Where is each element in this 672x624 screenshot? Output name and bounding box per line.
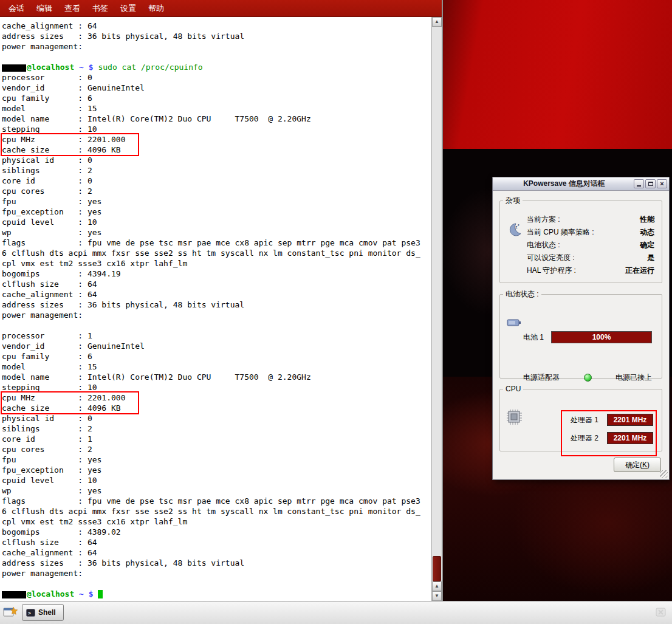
misc-group: 杂项 z z 当前方案 : 性能 当前 CPU 频率策略 : 动态 [499, 196, 662, 283]
misc-label: HAL 守护程序 : [527, 266, 576, 276]
new-session-icon [3, 606, 18, 619]
adapter-status: 电源已接上 [615, 372, 652, 383]
terminal-output: cache_alignment : 64address sizes : 36 b… [0, 17, 431, 601]
ok-label-suffix: ) [647, 461, 650, 469]
misc-rows: 当前方案 : 性能 当前 CPU 频率策略 : 动态 电池状态 : 确定 可以设… [527, 213, 654, 277]
terminal-line: cache_alignment : 64 [2, 21, 431, 31]
terminal-line: address sizes : 36 bits physical, 48 bit… [2, 300, 431, 310]
cpu1-label: 处理器 1 [571, 415, 603, 425]
scrollbar-up2-icon[interactable]: ▲ [432, 581, 442, 591]
scrollbar-down-icon[interactable]: ▼ [432, 591, 442, 601]
cpu-group: CPU 处理器 1 [499, 385, 662, 451]
terminal-line: fpu_exception : yes [2, 207, 431, 217]
scrollbar-thumb[interactable] [433, 556, 441, 581]
menu-bookmarks[interactable]: 书签 [86, 1, 114, 16]
misc-row-brightness: 可以设定亮度 : 是 [527, 252, 654, 264]
cpu1-frequency: 2201 MHz [614, 416, 647, 424]
terminal-line: vendor_id : GenuineIntel [2, 341, 431, 351]
censored-username [2, 64, 26, 72]
new-session-button[interactable] [2, 604, 19, 621]
scrollbar-up-icon[interactable]: ▲ [432, 17, 442, 27]
menu-view[interactable]: 查看 [58, 1, 86, 16]
terminal-line: flags : fpu vme de pse tsc msr pae mce c… [2, 496, 431, 506]
terminal-line: core id : 0 [2, 176, 431, 186]
terminal-line: @localhost ~ $ sudo cat /proc/cpuinfo [2, 62, 431, 72]
power-led-icon [584, 374, 592, 382]
terminal-menubar: 会话 编辑 查看 书签 设置 帮助 [0, 0, 442, 17]
terminal-line: flags : fpu vme de pse tsc msr pae mce c… [2, 238, 431, 248]
terminal-line: model : 15 [2, 103, 431, 114]
menu-help[interactable]: 帮助 [142, 1, 170, 16]
terminal-line: cpu MHz : 2201.000 [2, 393, 431, 403]
kpowersave-dialog: KPowersave 信息对话框 × 杂项 z z [492, 177, 670, 480]
tab-shell[interactable]: > Shell [22, 604, 64, 621]
terminal-line [2, 52, 431, 62]
battery-label: 电池 1 [523, 332, 546, 343]
minimize-button[interactable] [634, 179, 644, 188]
menu-edit[interactable]: 编辑 [30, 1, 58, 16]
cpu2-label: 处理器 2 [571, 433, 603, 444]
prompt-symbol: ~ $ [74, 63, 98, 72]
ok-label-prefix: 确定( [625, 461, 642, 469]
misc-group-label: 杂项 [503, 196, 523, 206]
konsole-icon: > [26, 609, 35, 617]
terminal-scrollbar[interactable]: ▲ ▲ ▼ [431, 17, 442, 601]
suspend-icon: z z [506, 222, 523, 238]
misc-row-battery-state: 电池状态 : 确定 [527, 239, 654, 252]
terminal-line: stepping : 10 [2, 382, 431, 393]
misc-value: 是 [647, 253, 654, 263]
terminal-line: cpu family : 6 [2, 93, 431, 103]
terminal-line: address sizes : 36 bits physical, 48 bit… [2, 31, 431, 41]
terminal-line: bogomips : 4389.02 [2, 527, 431, 537]
terminal-line: bogomips : 4394.19 [2, 269, 431, 279]
terminal-line: siblings : 2 [2, 423, 431, 434]
prompt-host: @localhost [27, 589, 74, 598]
misc-value: 性能 [640, 214, 654, 225]
terminal-line: cpu MHz : 2201.000 [2, 134, 431, 145]
terminal-line: physical id : 0 [2, 155, 431, 165]
maximize-icon [648, 182, 653, 186]
terminal-line: cpl vmx est tm2 ssse3 cx16 xtpr lahf_lm [2, 258, 431, 269]
adapter-label: 电源适配器 [523, 372, 560, 383]
terminal-line: cpuid level : 10 [2, 475, 431, 485]
menu-settings[interactable]: 设置 [114, 1, 142, 16]
terminal-line: 6 clflush dts acpi mmx fxsr sse sse2 ss … [2, 506, 431, 516]
cpu-row-2: 处理器 2 2201 MHz [571, 432, 653, 444]
misc-label: 电池状态 : [527, 240, 560, 250]
misc-label: 当前方案 : [527, 214, 560, 225]
terminal-line: power management: [2, 310, 431, 320]
ok-button[interactable]: 确定(K) [614, 458, 661, 472]
misc-row-cpu-policy: 当前 CPU 频率策略 : 动态 [527, 226, 654, 239]
terminal-line: siblings : 2 [2, 165, 431, 176]
censored-username [2, 591, 26, 598]
battery-icon [506, 314, 523, 331]
terminal-line: 6 clflush dts acpi mmx fxsr sse sse2 ss … [2, 248, 431, 258]
terminal-line: model name : Intel(R) Core(TM)2 Duo CPU … [2, 372, 431, 382]
terminal-line: cpu cores : 2 [2, 444, 431, 454]
terminal-cursor [98, 590, 103, 598]
menu-session[interactable]: 会话 [2, 1, 30, 16]
terminal-line: wp : yes [2, 227, 431, 238]
terminal-line: address sizes : 36 bits physical, 48 bit… [2, 558, 431, 568]
cpu2-frequency-bar: 2201 MHz [607, 432, 653, 444]
prompt-host: @localhost [27, 63, 74, 72]
cpu-row-1: 处理器 1 2201 MHz [571, 414, 653, 426]
battery-progressbar: 100% [551, 331, 652, 343]
terminal-line: fpu_exception : yes [2, 465, 431, 475]
close-button[interactable]: × [657, 179, 667, 188]
battery-group-label: 电池状态 : [503, 289, 541, 300]
terminal-line: stepping : 10 [2, 124, 431, 134]
maximize-button[interactable] [645, 179, 656, 188]
terminal-line: physical id : 0 [2, 413, 431, 423]
close-session-button[interactable] [654, 605, 668, 620]
dialog-titlebar[interactable]: KPowersave 信息对话框 × [493, 177, 669, 191]
resize-grip[interactable] [660, 470, 668, 478]
terminal-line: cache size : 4096 KB [2, 145, 431, 155]
misc-row-hal: HAL 守护程序 : 正在运行 [527, 264, 654, 277]
ok-label-accesskey: K [642, 461, 647, 469]
terminal-body[interactable]: cache_alignment : 64address sizes : 36 b… [0, 17, 442, 601]
tab-shell-label: Shell [38, 608, 56, 617]
terminal-line: cache_alignment : 64 [2, 289, 431, 300]
terminal-line: cache size : 4096 KB [2, 403, 431, 413]
wallpaper-red-band [443, 0, 672, 149]
